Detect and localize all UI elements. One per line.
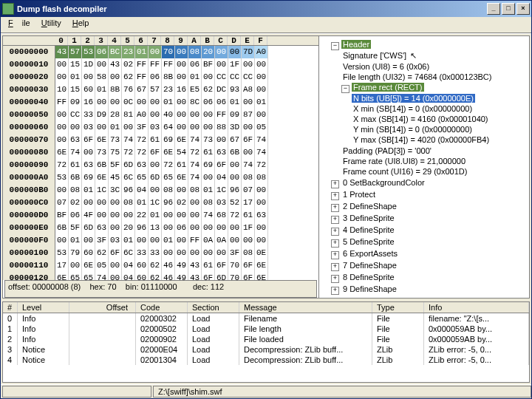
hex-byte[interactable]: 1C <box>95 184 109 197</box>
menu-help[interactable]: Help <box>68 18 94 27</box>
hex-col[interactable]: 7 <box>148 36 161 45</box>
hex-byte[interactable]: E5 <box>188 83 202 96</box>
hex-byte[interactable]: 00 <box>175 109 188 121</box>
hex-byte[interactable]: 73 <box>202 134 215 146</box>
tree-tag[interactable]: 4 DefineSprite <box>341 225 396 234</box>
hex-byte[interactable]: 40 <box>162 109 175 121</box>
expand-icon[interactable]: + <box>331 204 339 212</box>
hex-byte[interactable]: 74 <box>95 272 109 280</box>
hex-byte[interactable]: 00 <box>109 222 122 234</box>
hex-byte[interactable]: 00 <box>149 96 162 109</box>
hex-col[interactable]: 6 <box>134 36 148 45</box>
hex-byte[interactable]: 6E <box>95 134 109 146</box>
hex-byte[interactable]: 45 <box>109 171 122 184</box>
hex-byte[interactable]: FF <box>188 234 202 247</box>
hex-byte[interactable]: 96 <box>228 184 242 197</box>
hex-byte[interactable]: 72 <box>228 209 242 222</box>
tree-tag[interactable]: 5 DefineSprite <box>341 237 396 246</box>
hex-byte[interactable]: 00 <box>162 247 175 259</box>
hex-byte[interactable]: 02 <box>69 197 82 209</box>
tree-nbits[interactable]: N bits (UB[5]) = 14 (0x0000000E) <box>352 94 475 103</box>
hex-byte[interactable]: 67 <box>135 83 149 96</box>
hex-byte[interactable]: 00 <box>188 109 202 121</box>
hex-byte[interactable]: 61 <box>242 209 255 222</box>
expand-icon[interactable]: + <box>331 228 339 236</box>
hex-col[interactable]: 8 <box>161 36 174 45</box>
hex-byte[interactable]: 00 <box>82 197 95 209</box>
hex-byte[interactable]: 16 <box>82 96 95 109</box>
close-button[interactable]: × <box>516 3 530 15</box>
hex-byte[interactable]: 53 <box>55 247 69 259</box>
hex-col[interactable]: 4 <box>108 36 121 45</box>
hex-byte[interactable]: 00 <box>175 58 188 71</box>
hex-byte[interactable]: 61 <box>175 159 188 171</box>
hex-byte[interactable]: 00 <box>202 171 215 184</box>
minimize-button[interactable]: _ <box>487 3 500 15</box>
hex-byte[interactable]: 72 <box>162 159 175 171</box>
hex-byte[interactable]: 4F <box>82 209 95 222</box>
tree-tag[interactable]: 2 DefineShape <box>341 202 398 211</box>
hex-byte[interactable]: 72 <box>135 146 149 159</box>
hex-byte[interactable]: 00 <box>55 184 69 197</box>
hex-byte[interactable]: 53 <box>82 46 95 58</box>
hex-byte[interactable]: 6C <box>122 247 135 259</box>
hex-byte[interactable]: 6E <box>162 146 175 159</box>
hex-byte[interactable]: 00 <box>109 272 122 280</box>
hex-byte[interactable]: 65 <box>82 272 95 280</box>
hex-byte[interactable]: 63 <box>69 134 82 146</box>
hex-byte[interactable]: 00 <box>55 58 69 71</box>
hex-byte[interactable]: 00 <box>175 96 188 109</box>
hex-byte[interactable]: 01 <box>228 96 242 109</box>
hex-byte[interactable]: 20 <box>122 222 135 234</box>
hex-byte[interactable]: 08 <box>242 171 255 184</box>
hex-byte[interactable]: 01 <box>69 234 82 247</box>
hex-byte[interactable]: 00 <box>149 109 162 121</box>
hex-byte[interactable]: 60 <box>82 247 95 259</box>
hex-byte[interactable]: 03 <box>149 121 162 134</box>
hex-byte[interactable]: 10 <box>55 83 69 96</box>
hex-byte[interactable]: 62 <box>122 71 135 83</box>
hex-byte[interactable]: 00 <box>215 247 228 259</box>
tree-xmax[interactable]: X max (SB[14]) = 4160 (0x00001040) <box>352 115 490 123</box>
hex-byte[interactable]: 43 <box>188 259 202 272</box>
tree-frame-count[interactable]: Frame count (UI16) = 29 (0x001D) <box>341 167 468 176</box>
hex-byte[interactable]: CC <box>69 109 82 121</box>
hex-byte[interactable]: 01 <box>149 209 162 222</box>
hex-byte[interactable]: 00 <box>228 234 242 247</box>
hex-byte[interactable]: 64 <box>162 121 175 134</box>
hex-byte[interactable]: BF <box>55 209 69 222</box>
hex-byte[interactable]: 05 <box>95 259 109 272</box>
tree-pane[interactable]: −Header Signature ['CWS'] ↖ Version (UI8… <box>319 36 529 298</box>
hex-byte[interactable]: BC <box>109 46 122 58</box>
hex-byte[interactable]: 1F <box>228 58 242 71</box>
tree-tag[interactable]: 1 Protect <box>341 190 377 199</box>
hex-byte[interactable]: 00 <box>242 146 255 159</box>
hex-byte[interactable]: 08 <box>188 46 202 58</box>
hex-byte[interactable]: 96 <box>122 184 135 197</box>
hex-byte[interactable]: 63 <box>95 222 109 234</box>
hex-col[interactable]: C <box>214 36 228 45</box>
log-row[interactable]: 0Info02000302LoadFilenameFilefilename: "… <box>3 313 529 324</box>
hex-byte[interactable]: 72 <box>55 159 69 171</box>
hex-byte[interactable]: 0A <box>215 234 228 247</box>
hex-row[interactable]: 000000F00001003F030100000100FF0A0A000000 <box>3 234 318 247</box>
hex-byte[interactable]: 00 <box>188 222 202 234</box>
hex-byte[interactable]: 00 <box>109 197 122 209</box>
hex-byte[interactable]: 46 <box>162 259 175 272</box>
expand-icon[interactable]: + <box>331 239 339 248</box>
log-row[interactable]: 4Notice02001304LoadDecompression: ZLib b… <box>3 355 529 365</box>
hex-byte[interactable]: 00 <box>109 209 122 222</box>
hex-byte[interactable]: 52 <box>228 197 242 209</box>
hex-byte[interactable]: 87 <box>242 109 255 121</box>
hex-byte[interactable]: 06 <box>188 58 202 71</box>
hex-byte[interactable]: 22 <box>135 209 149 222</box>
hex-byte[interactable]: 00 <box>162 222 175 234</box>
hex-byte[interactable]: 74 <box>242 159 255 171</box>
hex-byte[interactable]: 60 <box>135 259 149 272</box>
hex-byte[interactable]: 00 <box>215 58 228 71</box>
hex-byte[interactable]: 00 <box>188 209 202 222</box>
hex-byte[interactable]: 00 <box>188 247 202 259</box>
hex-byte[interactable]: 00 <box>188 197 202 209</box>
col-section[interactable]: Section <box>188 302 239 313</box>
hex-byte[interactable]: CC <box>228 71 242 83</box>
